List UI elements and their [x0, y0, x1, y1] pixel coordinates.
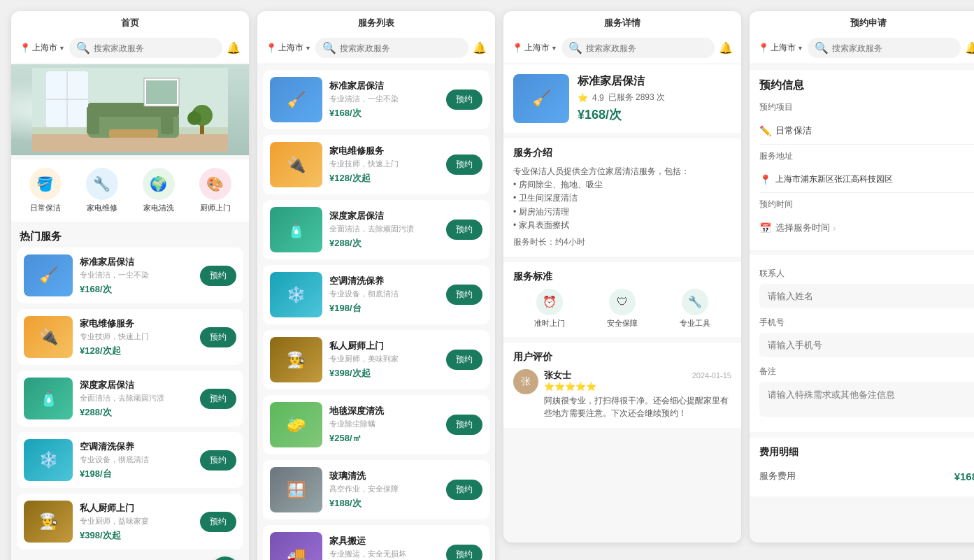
booking-cost-section: 费用明细 服务费用 ¥168: [750, 438, 974, 496]
list-info-7: 家具搬运 专业搬运，安全无损坏 ¥298/次: [329, 535, 439, 560]
home-service-info-4: 私人厨师上门 专业厨师，益味家宴 ¥398/次起: [80, 502, 193, 542]
home-service-info-0: 标准家居保洁 专业清洁，一尘不染 ¥168/次: [80, 256, 193, 296]
detail-search-input[interactable]: [586, 43, 708, 53]
home-service-desc-1: 专业技师，快速上门: [80, 331, 193, 342]
standard-label-2: 专业工具: [680, 318, 710, 329]
chevron-down-icon-2: ▼: [305, 45, 311, 52]
cat-chef-icon: 🎨: [199, 168, 231, 200]
service-img-placeholder-0: 🧹: [24, 254, 73, 296]
home-search-input[interactable]: [94, 43, 215, 53]
home-service-name-1: 家电维修服务: [80, 317, 193, 330]
list-book-btn-4[interactable]: 预约: [446, 350, 482, 370]
reviewer-content: 张女士 2024-01-15 ⭐⭐⭐⭐⭐ 阿姨很专业，打扫得很干净。还会细心提醒…: [544, 369, 731, 419]
service-list-header: 📍 上海市 ▼ 🔍 🔔: [257, 32, 495, 64]
service-list-location-btn[interactable]: 📍 上海市 ▼: [266, 42, 311, 54]
service-list-content: 🧹 标准家居保洁 专业清洁，一尘不染 ¥168/次 预约 🔌 家电维修服务 专业…: [257, 64, 495, 560]
list-card-5: 🧽 地毯深度清洗 专业除尘除螨 ¥258/㎡ 预约: [263, 395, 489, 454]
booking-location-btn[interactable]: 📍 上海市 ▼: [758, 42, 803, 54]
home-book-btn-0[interactable]: 预约: [200, 266, 236, 286]
search-icon-2: 🔍: [322, 41, 336, 55]
booking-info-section: 预约信息 预约项目 ✏️ 日常保洁 › 服务地址 📍 上海市浦东新区张江高科技园…: [750, 70, 974, 250]
home-book-btn-1[interactable]: 预约: [200, 327, 236, 347]
home-book-btn-4[interactable]: 预约: [200, 512, 236, 532]
contact-label: 联系人: [759, 268, 974, 280]
list-book-btn-6[interactable]: 预约: [446, 480, 482, 500]
contact-input[interactable]: [759, 284, 974, 308]
cat-daily-icon: 🪣: [29, 168, 62, 200]
home-location-btn[interactable]: 📍 上海市 ▼: [20, 42, 65, 54]
booking-project-row[interactable]: ✏️ 日常保洁 ›: [759, 117, 974, 145]
cat-electric-label: 家电清洗: [143, 203, 174, 213]
standards-row: ⏰ 准时上门 🛡 安全保障 🔧 专业工具: [513, 289, 731, 329]
cat-chef[interactable]: 🎨 厨师上门: [187, 168, 243, 213]
bell-icon-2[interactable]: 🔔: [473, 41, 487, 55]
booking-address-row[interactable]: 📍 上海市浦东新区张江高科技园区 ›: [759, 166, 974, 193]
cat-repair-label: 家电维修: [87, 203, 117, 213]
phone-input[interactable]: [759, 333, 974, 357]
service-list-panel: 服务列表 📍 上海市 ▼ 🔍 🔔 🧹 标准家居保洁 专业清洁，一尘不: [257, 11, 495, 560]
detail-location-btn[interactable]: 📍 上海市 ▼: [512, 42, 557, 54]
review-card: 张 张女士 2024-01-15 ⭐⭐⭐⭐⭐ 阿姨很专业，打扫得很干净。还会细心…: [513, 369, 731, 419]
detail-service-meta: 标准家居保洁 ⭐ 4.9 已服务 2893 次 ¥168/次: [578, 74, 665, 123]
list-desc-1: 专业技师，快速上门: [329, 159, 439, 169]
booking-time-icon: 📅: [759, 222, 771, 234]
list-info-2: 深度家居保洁 全面清洁，去除顽固污渍 ¥288/次: [329, 210, 439, 250]
bell-icon-3[interactable]: 🔔: [719, 41, 733, 55]
detail-service-name: 标准家居保洁: [578, 74, 665, 89]
booking-time-row[interactable]: 📅 选择服务时间 ›: [759, 215, 974, 241]
cat-daily-label: 日常保洁: [30, 203, 61, 213]
detail-search-bar[interactable]: 🔍: [561, 38, 715, 58]
list-price-3: ¥198/台: [329, 302, 439, 315]
list-book-btn-0[interactable]: 预约: [446, 89, 482, 110]
list-book-btn-3[interactable]: 预约: [446, 285, 482, 305]
list-img-placeholder-3: ❄️: [270, 272, 322, 317]
list-card-7: 🚚 家具搬运 专业搬运，安全无损坏 ¥298/次 预约: [263, 525, 489, 560]
standard-icon-1: 🛡: [609, 289, 636, 315]
cost-row: 服务费用 ¥168: [759, 464, 974, 488]
booking-header: 📍 上海市 ▼ 🔍 🔔: [750, 32, 974, 64]
list-book-btn-7[interactable]: 预约: [446, 545, 482, 560]
standard-item-2: 🔧 专业工具: [659, 289, 731, 329]
cat-daily-clean[interactable]: 🪣 日常保洁: [17, 168, 73, 213]
detail-rating: 4.9: [592, 93, 604, 103]
booking-search-input[interactable]: [832, 43, 954, 53]
home-search-bar[interactable]: 🔍: [69, 38, 222, 58]
remark-input[interactable]: [759, 382, 974, 417]
list-info-0: 标准家居保洁 专业清洁，一尘不染 ¥168/次: [329, 80, 439, 120]
booking-time-arrow: ›: [833, 222, 836, 234]
service-list-search-bar[interactable]: 🔍: [315, 38, 468, 58]
list-img-5: 🧽: [270, 402, 322, 447]
service-list-search-input[interactable]: [340, 43, 461, 53]
home-book-btn-2[interactable]: 预约: [200, 389, 236, 409]
list-img-6: 🪟: [270, 467, 322, 512]
list-book-btn-5[interactable]: 预约: [446, 415, 482, 435]
detail-service-img: 🧹: [513, 74, 569, 123]
service-detail-panel: 服务详情 📍 上海市 ▼ 🔍 🔔 🧹 标准家居保洁: [503, 11, 741, 560]
home-service-price-3: ¥198/台: [80, 468, 193, 480]
list-desc-5: 专业除尘除螨: [329, 419, 439, 429]
list-info-6: 玻璃清洗 高空作业，安全保障 ¥188/次: [329, 470, 439, 510]
list-desc-2: 全面清洁，去除顽固污渍: [329, 224, 439, 234]
home-service-desc-2: 全面清洁，去除顽固污渍: [80, 393, 193, 403]
list-book-btn-2[interactable]: 预约: [446, 220, 482, 240]
service-list-panel-title: 服务列表: [257, 11, 495, 32]
list-img-7: 🚚: [270, 532, 322, 560]
hero-image-inner: [11, 64, 249, 155]
bell-icon-4[interactable]: 🔔: [965, 41, 974, 55]
list-desc-4: 专业厨师，美味到家: [329, 354, 439, 364]
detail-intro-line-4: • 家具表面擦拭: [513, 219, 731, 232]
booking-search-bar[interactable]: 🔍: [808, 38, 961, 58]
detail-intro-line-0: 专业保洁人员提供全方位家居清洁服务，包括：: [513, 165, 731, 178]
bell-icon[interactable]: 🔔: [227, 41, 241, 55]
remark-form-group: 备注: [759, 361, 974, 424]
home-service-card-3: ❄️ 空调清洗保养 专业设备，彻底清洁 ¥198/台 预约: [17, 432, 243, 488]
cat-electric[interactable]: 🌍 家电清洗: [130, 168, 187, 213]
list-book-btn-1[interactable]: 预约: [446, 155, 482, 175]
booking-project-icon: ✏️: [759, 125, 771, 136]
cat-repair[interactable]: 🔧 家电维修: [73, 168, 130, 213]
review-text: 阿姨很专业，打扫得很干净。还会细心提醒家里有些地方需要注意。下次还会继续预约！: [544, 394, 731, 419]
standard-item-1: 🛡 安全保障: [586, 289, 659, 329]
service-img-placeholder-1: 🔌: [24, 316, 73, 358]
home-service-name-2: 深度家居保洁: [80, 379, 193, 392]
home-book-btn-3[interactable]: 预约: [200, 450, 236, 471]
